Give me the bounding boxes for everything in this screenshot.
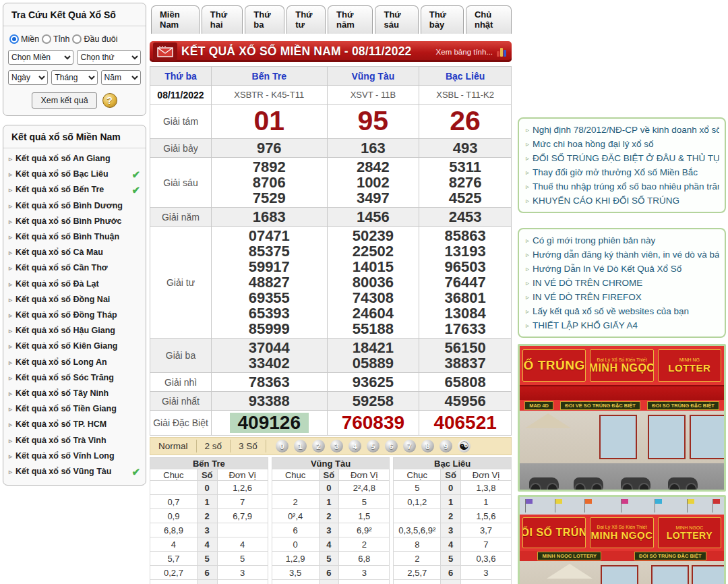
tab-day[interactable]: Chủ nhật xyxy=(466,5,512,34)
info-link[interactable]: ▹Nghị định 78/2012/NĐ-CP về kinh doanh x… xyxy=(524,123,719,137)
sidebar-item-province[interactable]: ▹Kết quả xổ số Bình Phước xyxy=(7,214,142,229)
digit-ball-button[interactable]: 7 xyxy=(403,440,416,452)
sidebar-item-province[interactable]: ▹Kết quả xổ số An Giang xyxy=(7,151,142,167)
units-cell: 6,9² xyxy=(339,523,390,537)
select-weekday[interactable]: Chọn thứ xyxy=(77,50,141,65)
sidebar-item-province[interactable]: ▹Kết quả xổ số Sóc Trăng xyxy=(7,370,142,386)
sidebar-item-province[interactable]: ▹Kết quả xổ số Long An xyxy=(7,355,142,370)
info-link[interactable]: ▹Hướng Dẫn In Vé Dò Kết Quả Xổ Số xyxy=(524,262,719,276)
select-month[interactable]: Tháng xyxy=(51,70,97,85)
digit-row: 1,271,5,6 xyxy=(150,580,268,584)
mode-button-1[interactable]: 2 số xyxy=(197,440,231,452)
mode-button-0[interactable]: Normal xyxy=(150,440,197,452)
tens-cell: 1,2 xyxy=(150,580,198,584)
tens-cell: 3,4 xyxy=(394,580,441,584)
sidebar-item-province[interactable]: ▹Kết quả xổ số Vũng Tàu✔ xyxy=(7,464,142,479)
prize-number: 38837 xyxy=(419,355,511,371)
info-link[interactable]: ▹Lấy kết quả xổ số về websites của bạn xyxy=(524,304,719,318)
spreadsheet-link[interactable]: Xem bảng tính... xyxy=(436,48,493,56)
sidebar-item-province[interactable]: ▹Kết quả xổ số Bình Thuận xyxy=(7,229,142,245)
units-cell: 1 xyxy=(460,495,511,509)
shop-door xyxy=(690,415,726,459)
digit-ball-button[interactable]: 9 xyxy=(439,440,452,452)
results-nav-panel: Kết quả xổ số Miền Nam ▹Kết quả xổ số An… xyxy=(3,125,146,486)
yinyang-ball-icon[interactable]: ☯ xyxy=(458,440,471,452)
radio-option[interactable]: Đầu đuôi xyxy=(72,34,117,44)
sidebar-item-province[interactable]: ▹Kết quả xổ số Vĩnh Long xyxy=(7,448,142,464)
sidebar-item-province[interactable]: ▹Kết quả xổ số Cần Thơ xyxy=(7,260,142,276)
sidebar-item-province[interactable]: ▹Kết quả xổ số Cà Mau xyxy=(7,245,142,260)
sidebar-item-province[interactable]: ▹Kết quả xổ số TP. HCM xyxy=(7,417,142,432)
info-link[interactable]: ▹Mức chi hoa hồng đại lý xổ số xyxy=(524,137,719,151)
province-header-cell[interactable]: Bến Tre xyxy=(212,67,328,86)
info-link[interactable]: ▹Hướng dẫn đăng ký thành viên, in vé dò … xyxy=(524,247,719,262)
banner-sign: ĐỔI VỀ SỐ TRÚNG ĐẶC BIỆT xyxy=(560,401,640,410)
sidebar-item-province[interactable]: ▹Kết quả xổ số Tây Ninh xyxy=(7,386,142,401)
digit-ball-button[interactable]: 2 xyxy=(312,440,325,452)
sidebar-item-province[interactable]: ▹Kết quả xổ số Tiền Giang xyxy=(7,401,142,417)
mode-button-2[interactable]: 3 Số xyxy=(231,440,266,452)
prize-numbers-cell: 78363 xyxy=(212,373,328,392)
info-link-label: KHUYẾN CÁO KHI ĐỔI SỐ TRÚNG xyxy=(533,194,679,208)
digit-balls: 0123456789☯ xyxy=(276,440,471,452)
tab-day[interactable]: Thứ năm xyxy=(328,5,373,34)
draw-code-cell: XSVT - 11B xyxy=(327,86,419,105)
info-link[interactable]: ▹Thuế thu nhập trúng xổ số bao nhiêu phầ… xyxy=(524,179,719,194)
province-link-label: Kết quả xổ số TP. HCM xyxy=(16,417,107,432)
right-column: ▹Nghị định 78/2012/NĐ-CP về kinh doanh x… xyxy=(518,0,726,584)
info-link[interactable]: ▹THIẾT LẬP KHỔ GIẤY A4 xyxy=(524,318,719,332)
info-link[interactable]: ▹Có gì mới trong phiên bản này xyxy=(524,233,719,247)
help-icon[interactable]: ? xyxy=(102,93,117,108)
info-link[interactable]: ▹IN VÉ DÒ TRÊN CHROME xyxy=(524,276,719,290)
digit-ball-button[interactable]: 5 xyxy=(367,440,380,452)
tab-day[interactable]: Thứ ba xyxy=(245,5,284,34)
col-label-units: Đơn Vị xyxy=(460,469,511,481)
digit-ball-button[interactable]: 8 xyxy=(421,440,434,452)
prize-number: 5311 xyxy=(419,159,511,175)
sidebar-item-province[interactable]: ▹Kết quả xổ số Bến Tre✔ xyxy=(7,182,142,198)
tab-day[interactable]: Thứ bảy xyxy=(421,5,464,34)
sidebar-item-province[interactable]: ▹Kết quả xổ số Đồng Tháp xyxy=(7,308,142,323)
sidebar-item-province[interactable]: ▹Kết quả xổ số Trà Vinh xyxy=(7,433,142,448)
sidebar-item-province[interactable]: ▹Kết quả xổ số Hậu Giang xyxy=(7,323,142,339)
tab-day[interactable]: Thứ tư xyxy=(286,5,326,34)
info-link[interactable]: ▹Thay đổi giờ mở thưởng Xổ số Miền Bắc xyxy=(524,165,719,179)
info-links-box-1: ▹Nghị định 78/2012/NĐ-CP về kinh doanh x… xyxy=(518,117,726,213)
sidebar-item-province[interactable]: ▹Kết quả xổ số Đà Lạt xyxy=(7,276,142,292)
info-link[interactable]: ▹IN VÉ DÒ TRÊN FIREFOX xyxy=(524,290,719,304)
tab-region[interactable]: Miền Nam xyxy=(151,5,200,34)
digit-ball-button[interactable]: 3 xyxy=(330,440,343,452)
radio-option[interactable]: Tỉnh xyxy=(42,34,69,44)
tab-day[interactable]: Thứ sáu xyxy=(375,5,418,34)
tab-day[interactable]: Thứ hai xyxy=(202,5,243,34)
sidebar-item-province[interactable]: ▹Kết quả xổ số Kiên Giang xyxy=(7,339,142,354)
prize-number: 4525 xyxy=(419,190,511,206)
digit-ball-button[interactable]: 1 xyxy=(294,440,307,452)
province-header-cell[interactable]: Bạc Liêu xyxy=(419,67,512,86)
province-header-cell[interactable]: Vũng Tàu xyxy=(327,67,419,86)
info-link[interactable]: ▹ĐỔI SỐ TRÚNG ĐẶC BIỆT Ở ĐÂU & THỦ TỤC N… xyxy=(524,151,719,165)
units-cell: 2 xyxy=(339,537,390,552)
sidebar-item-province[interactable]: ▹Kết quả xổ số Bình Dương xyxy=(7,198,142,214)
col-label-tens: Chục xyxy=(150,469,198,481)
shopfront xyxy=(520,411,724,463)
digit-ball-button[interactable]: 0 xyxy=(276,440,289,452)
units-cell: 3 xyxy=(217,566,268,580)
view-results-button[interactable]: Xem kết quả xyxy=(32,92,96,109)
select-day[interactable]: Ngày xyxy=(8,70,48,85)
select-year[interactable]: Năm xyxy=(101,70,141,85)
info-link[interactable]: ▹KHUYẾN CÁO KHI ĐỔI SỐ TRÚNG xyxy=(524,194,719,208)
sidebar-item-province[interactable]: ▹Kết quả xổ số Bạc Liêu✔ xyxy=(7,167,142,182)
digit-ball-button[interactable]: 6 xyxy=(385,440,398,452)
radio-dot-icon xyxy=(9,34,19,44)
sidebar-item-province[interactable]: ▹Kết quả xổ số Đồng Nai xyxy=(7,292,142,308)
digit-ball-button[interactable]: 4 xyxy=(348,440,361,452)
arrow-bullet-icon: ▹ xyxy=(526,233,529,247)
banner-title: KẾT QUẢ XỔ SỐ MIỀN NAM - 08/11/2022 xyxy=(181,45,412,59)
prize-number: 48827 xyxy=(212,274,327,290)
select-region[interactable]: Chọn Miền xyxy=(8,50,73,65)
prize-numbers-cell: 1683 xyxy=(212,208,328,227)
arrow-bullet-icon: ▹ xyxy=(9,386,12,401)
radio-selected[interactable]: Miền xyxy=(9,34,39,44)
prize-numbers-cell: 59258 xyxy=(327,392,419,411)
